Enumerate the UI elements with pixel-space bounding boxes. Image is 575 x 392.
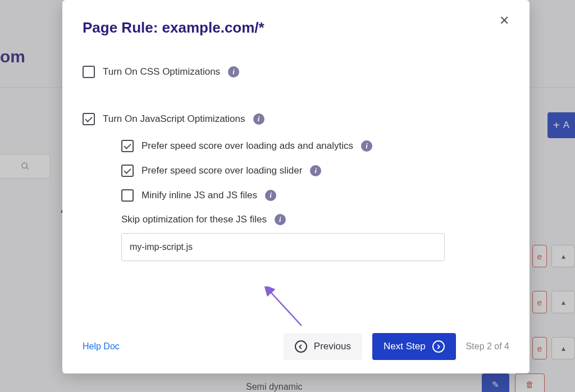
js-opt-label: Turn On JavaScript Optimizations [103,113,245,125]
close-icon[interactable]: ✕ [499,15,509,27]
info-icon[interactable]: i [310,165,321,176]
skip-label: Skip optimization for these JS files [121,214,267,225]
css-opt-label: Turn On CSS Optimizations [103,66,220,78]
info-icon[interactable]: i [275,214,286,225]
info-icon[interactable]: i [228,66,239,78]
speed-slider-label: Prefer speed score over loading slider [142,165,302,176]
previous-label: Previous [314,341,351,352]
speed-ads-label: Prefer speed score over loading ads and … [142,140,353,152]
minify-checkbox[interactable] [121,189,134,202]
info-icon[interactable]: i [361,140,372,152]
next-label: Next Step [384,341,426,352]
step-counter: Step 2 of 4 [466,341,509,352]
speed-slider-checkbox[interactable] [121,165,134,177]
skip-files-input[interactable] [121,233,445,261]
next-step-button[interactable]: Next Step [372,333,456,360]
svg-line-2 [270,291,302,326]
modal-title: Page Rule: example.com/* [83,19,264,37]
info-icon[interactable]: i [253,113,264,125]
chevron-right-icon [432,340,445,353]
speed-ads-checkbox[interactable] [121,140,134,152]
page-rule-modal: Page Rule: example.com/* ✕ Turn On CSS O… [62,0,530,373]
info-icon[interactable]: i [265,190,276,201]
minify-label: Minify inline JS and JS files [142,190,257,201]
js-opt-checkbox[interactable] [83,113,95,125]
help-doc-link[interactable]: Help Doc [83,341,120,352]
previous-button[interactable]: Previous [284,333,362,360]
chevron-left-icon [295,340,307,353]
css-opt-checkbox[interactable] [83,66,95,78]
